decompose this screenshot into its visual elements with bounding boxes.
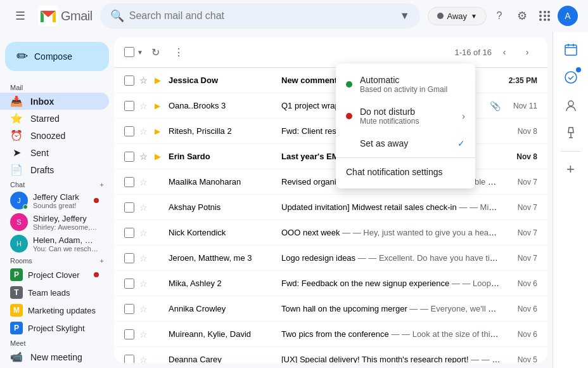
rooms-add-icon[interactable]: + bbox=[100, 257, 104, 265]
chat-add-icon[interactable]: + bbox=[100, 181, 104, 188]
sidebar-item-inbox[interactable]: 📥 Inbox bbox=[0, 93, 109, 110]
tasks-panel-icon[interactable] bbox=[558, 65, 584, 90]
away-button[interactable]: Away ▼ bbox=[428, 7, 487, 25]
settings-icon[interactable]: ⚙ bbox=[512, 6, 532, 26]
dropdown-item-do-not-disturb[interactable]: Do not disturb Mute notifications › bbox=[336, 100, 475, 132]
email-row[interactable]: ☆ ▶ Oana..Brooks 3 Q1 project wrap-up — … bbox=[114, 93, 547, 119]
important-icon: ▶ bbox=[155, 152, 163, 161]
right-panel-add-icon[interactable]: + bbox=[558, 157, 584, 182]
important-icon: ▶ bbox=[155, 355, 163, 364]
dropdown-item-automatic[interactable]: Automatic Based on activity in Gmail bbox=[336, 69, 475, 100]
sidebar-item-my-meetings[interactable]: 📅 My meetings bbox=[0, 365, 109, 368]
email-sender: Erin Sardo bbox=[169, 152, 276, 161]
email-checkbox[interactable] bbox=[124, 279, 134, 289]
room-item-team-leads[interactable]: T Team leads bbox=[0, 284, 109, 301]
calendar-panel-icon[interactable] bbox=[558, 37, 584, 62]
avatar-helen: H bbox=[10, 235, 28, 253]
chat-item-helen[interactable]: H Helen, Adam, Gregory You: Can we resch… bbox=[0, 233, 109, 254]
select-arrow-icon[interactable]: ▼ bbox=[137, 49, 143, 56]
room-item-project-skylight[interactable]: P Project Skylight bbox=[0, 319, 109, 337]
chat-name-shirley: Shirley, Jeffery bbox=[33, 214, 99, 223]
rooms-section-label: Rooms + bbox=[0, 254, 114, 266]
contacts-panel-icon[interactable] bbox=[558, 93, 584, 118]
email-checkbox[interactable] bbox=[124, 126, 134, 136]
email-date: Nov 6 bbox=[506, 330, 537, 339]
email-checkbox[interactable] bbox=[124, 101, 134, 111]
email-row[interactable]: ☆ ▶ Erin Sardo Last year's EMEA strategy… bbox=[114, 144, 547, 169]
dropdown-item-set-as-away[interactable]: Set as away ✓ bbox=[336, 132, 475, 155]
star-icon[interactable]: ☆ bbox=[139, 202, 150, 213]
email-checkbox[interactable] bbox=[124, 253, 134, 263]
email-row[interactable]: ☆ ▶ Ritesh, Priscilla 2 Fwd: Client reso… bbox=[114, 119, 547, 144]
sidebar-item-new-meeting[interactable]: 📹 New meeting bbox=[0, 348, 109, 365]
star-icon[interactable]: ☆ bbox=[139, 177, 150, 187]
email-row[interactable]: ☆ ▶ Jeroen, Matthew, me 3 Logo redesign … bbox=[114, 246, 547, 271]
automatic-title: Automatic bbox=[360, 75, 447, 85]
email-checkbox[interactable] bbox=[124, 202, 134, 213]
star-icon[interactable]: ☆ bbox=[139, 279, 150, 289]
email-checkbox[interactable] bbox=[124, 304, 134, 314]
email-checkbox[interactable] bbox=[124, 177, 134, 187]
email-sender: Oana..Brooks 3 bbox=[169, 101, 276, 110]
select-all-checkbox[interactable] bbox=[124, 47, 134, 57]
sidebar-item-drafts[interactable]: 📄 Drafts bbox=[0, 161, 109, 178]
email-checkbox[interactable] bbox=[124, 76, 134, 86]
prev-page-icon[interactable]: ‹ bbox=[494, 42, 514, 62]
star-icon[interactable]: ☆ bbox=[139, 101, 150, 111]
room-icon-project-skylight: P bbox=[10, 322, 23, 334]
email-preview: — — Midwest retail sales check-in @ Tu..… bbox=[459, 202, 501, 212]
profile-avatar[interactable]: A bbox=[558, 6, 578, 26]
email-subject: Town hall on the upcoming merger bbox=[281, 304, 407, 313]
more-options-icon[interactable]: ⋮ bbox=[169, 42, 189, 62]
star-icon[interactable]: ☆ bbox=[139, 304, 150, 314]
help-icon[interactable]: ? bbox=[489, 6, 509, 26]
email-checkbox[interactable] bbox=[124, 329, 134, 339]
email-row[interactable]: ☆ ▶ Mika, Ashley 2 Fwd: Feedback on the … bbox=[114, 271, 547, 296]
star-icon[interactable]: ☆ bbox=[139, 228, 150, 238]
avatar-jeffery: J bbox=[10, 192, 28, 209]
email-row[interactable]: ☆ ▶ Annika Crowley Town hall on the upco… bbox=[114, 296, 547, 322]
dropdown-item-chat-notif-settings[interactable]: Chat notification settings bbox=[336, 161, 475, 183]
star-icon[interactable]: ☆ bbox=[139, 76, 150, 86]
email-sender: Deanna Carey bbox=[169, 355, 276, 363]
menu-icon[interactable]: ☰ bbox=[10, 6, 30, 26]
email-list: ☆ ▶ Jessica Dow New comments on MCR2020 … bbox=[114, 68, 547, 363]
refresh-icon[interactable]: ↻ bbox=[146, 42, 166, 62]
online-indicator bbox=[23, 204, 28, 209]
room-item-marketing-updates[interactable]: M Marketing updates bbox=[0, 301, 109, 319]
sidebar-item-starred[interactable]: ⭐ Starred bbox=[0, 110, 109, 127]
email-checkbox[interactable] bbox=[124, 152, 134, 162]
star-icon[interactable]: ☆ bbox=[139, 126, 150, 136]
search-filter-icon[interactable]: ▼ bbox=[400, 10, 410, 22]
email-row[interactable]: ☆ ▶ Maalika Manoharan Revised organic se… bbox=[114, 169, 547, 195]
star-icon[interactable]: ☆ bbox=[139, 152, 150, 162]
keep-panel-icon[interactable] bbox=[558, 121, 584, 146]
email-row[interactable]: ☆ ▶ Muireann, Kylie, David Two pics from… bbox=[114, 322, 547, 347]
search-bar[interactable]: 🔍 ▼ bbox=[100, 3, 420, 29]
google-apps-icon[interactable] bbox=[535, 6, 555, 26]
email-row[interactable]: ☆ ▶ Deanna Carey [UX] Special delivery! … bbox=[114, 347, 547, 363]
drafts-label: Drafts bbox=[30, 165, 54, 175]
email-checkbox[interactable] bbox=[124, 228, 134, 238]
room-item-project-clover[interactable]: P Project Clover bbox=[0, 266, 109, 284]
away-status-dot bbox=[437, 13, 444, 19]
email-row[interactable]: ☆ ▶ Jessica Dow New comments on MCR2020 … bbox=[114, 68, 547, 93]
compose-label: Compose bbox=[34, 51, 72, 62]
dnd-arrow-icon: › bbox=[462, 111, 465, 121]
email-row[interactable]: ☆ ▶ Nick Kortendick OOO next week — — He… bbox=[114, 220, 547, 246]
sent-label: Sent bbox=[30, 148, 49, 158]
chat-item-shirley[interactable]: S Shirley, Jeffery Shirley: Awesome, tha… bbox=[0, 211, 109, 233]
search-input[interactable] bbox=[129, 10, 395, 22]
sidebar-item-snoozed[interactable]: ⏰ Snoozed bbox=[0, 127, 109, 144]
email-sender: Akshay Potnis bbox=[169, 202, 276, 212]
room-label-team-leads: Team leads bbox=[28, 288, 70, 298]
chat-item-jeffery[interactable]: J Jeffery Clark Sounds great! bbox=[0, 190, 109, 211]
star-icon[interactable]: ☆ bbox=[139, 355, 150, 364]
compose-button[interactable]: ✏ Compose bbox=[5, 42, 109, 71]
email-checkbox[interactable] bbox=[124, 355, 134, 364]
sidebar-item-sent[interactable]: ➤ Sent bbox=[0, 144, 109, 161]
next-page-icon[interactable]: › bbox=[517, 42, 537, 62]
star-icon[interactable]: ☆ bbox=[139, 329, 150, 339]
email-row[interactable]: ☆ ▶ Akshay Potnis Updated invitation] Mi… bbox=[114, 195, 547, 220]
star-icon[interactable]: ☆ bbox=[139, 253, 150, 263]
